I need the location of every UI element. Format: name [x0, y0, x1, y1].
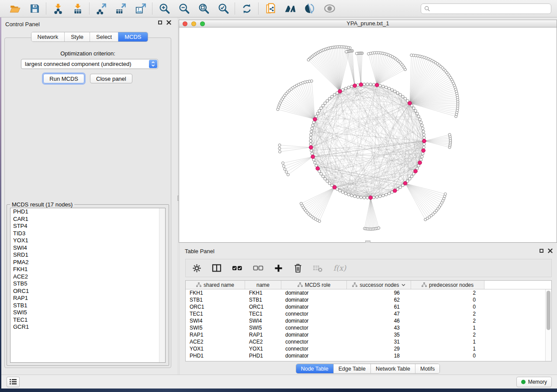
cell-MCDS-role: dominator: [281, 353, 347, 359]
mcds-result-item[interactable]: ORC1: [10, 288, 165, 295]
mcds-result-item[interactable]: PMA2: [10, 259, 165, 266]
zoom-in-icon[interactable]: [158, 3, 171, 15]
memory-button[interactable]: Memory: [516, 377, 552, 387]
column-header-successor-nodes[interactable]: successor nodes: [347, 281, 411, 289]
table-row-RAP1[interactable]: RAP1RAP1dominator352: [186, 331, 551, 338]
mcds-list-scrollbar[interactable]: [159, 208, 165, 362]
mcds-result-item[interactable]: STP4: [10, 223, 165, 230]
export-image-icon[interactable]: [134, 3, 147, 15]
table-row-PHD1[interactable]: PHD1PHD1dominator180: [186, 352, 551, 359]
cell-MCDS-role: dominator: [281, 297, 347, 303]
tab-node-table[interactable]: Node Table: [296, 364, 333, 373]
add-row-icon[interactable]: [274, 264, 283, 273]
table-row-STB1[interactable]: STB1STB1dominator620: [186, 296, 551, 303]
table-settings-icon[interactable]: [192, 264, 201, 273]
tab-network[interactable]: Network: [31, 32, 64, 41]
table-scrollbar-thumb[interactable]: [547, 291, 550, 330]
close-panel-button[interactable]: Close panel: [90, 74, 132, 83]
table-row-FKH1[interactable]: FKH1FKH1dominator962: [186, 289, 551, 296]
import-table-icon[interactable]: [71, 3, 84, 15]
mcds-result-item[interactable]: GCR1: [10, 323, 165, 331]
mcds-result-item[interactable]: FKH1: [10, 266, 165, 273]
import-network-icon[interactable]: [52, 3, 65, 15]
tab-edge-table[interactable]: Edge Table: [333, 364, 370, 373]
cell-shared-name: PHD1: [186, 353, 245, 359]
nodes-layer[interactable]: [277, 45, 459, 230]
table-row-ACE2[interactable]: ACE2ACE2connector311: [186, 338, 551, 345]
network-canvas[interactable]: [179, 28, 557, 243]
horizontal-splitter[interactable]: [180, 243, 557, 247]
table-scrollbar[interactable]: [545, 289, 551, 361]
close-panel-icon[interactable]: [548, 248, 553, 253]
share-network-document-icon[interactable]: [264, 3, 277, 15]
mcds-result-item[interactable]: STB5: [10, 280, 165, 288]
deselect-all-rows-icon[interactable]: [253, 264, 263, 272]
zoom-fit-icon[interactable]: [197, 3, 210, 15]
mcds-result-item[interactable]: PHD1: [10, 208, 165, 216]
show-graphics-details-icon[interactable]: [323, 3, 336, 15]
table-panel: Table Panel: [179, 247, 557, 375]
tab-motifs[interactable]: Motifs: [415, 364, 439, 373]
tab-network-table[interactable]: Network Table: [370, 364, 415, 373]
refresh-icon[interactable]: [240, 3, 253, 15]
mcds-result-item[interactable]: TEC1: [10, 316, 165, 324]
node-table-body: FKH1FKH1dominator962STB1STB1dominator620…: [186, 289, 551, 359]
float-panel-icon[interactable]: [540, 249, 543, 253]
mcds-result-item[interactable]: TID3: [10, 230, 165, 237]
export-table-icon[interactable]: [114, 3, 128, 15]
zoom-selected-icon[interactable]: [217, 3, 230, 15]
search-network-icon[interactable]: [284, 3, 297, 15]
zoom-out-icon[interactable]: [177, 3, 190, 15]
tab-style[interactable]: Style: [64, 32, 90, 41]
table-row-ORC1[interactable]: ORC1ORC1dominator610: [186, 303, 551, 310]
column-header-shared-name[interactable]: shared name: [186, 281, 245, 289]
mcds-node: [408, 101, 412, 105]
mcds-result-item[interactable]: ACE2: [10, 273, 165, 281]
table-row-YOX1[interactable]: YOX1YOX1connector291: [186, 345, 551, 352]
delete-row-icon[interactable]: [294, 263, 302, 273]
select-all-rows-icon[interactable]: [232, 264, 242, 272]
close-window-icon[interactable]: [183, 21, 187, 26]
cell-shared-name: TEC1: [186, 311, 245, 317]
mcds-result-item[interactable]: SWI4: [10, 244, 165, 252]
maximize-window-icon[interactable]: [200, 21, 205, 26]
function-builder-icon[interactable]: f(x): [333, 264, 346, 272]
mcds-result-item[interactable]: CAR1: [10, 216, 165, 223]
column-header-filler: [484, 281, 551, 289]
mcds-result-list[interactable]: PHD1CAR1STP4TID3YOX1SWI4SRD1PMA2FKH1ACE2…: [10, 208, 166, 363]
table-row-TEC1[interactable]: TEC1TEC1connector472: [186, 310, 551, 317]
cell-successor-nodes: 31: [347, 339, 411, 345]
delete-table-icon[interactable]: [313, 264, 323, 272]
minimize-window-icon[interactable]: [191, 21, 196, 26]
mcds-result-item[interactable]: RAP1: [10, 295, 165, 302]
task-history-button[interactable]: [7, 377, 20, 387]
hide-graphics-details-icon[interactable]: [303, 3, 316, 15]
run-mcds-button[interactable]: Run MCDS: [43, 74, 84, 83]
column-header-predecessor-nodes[interactable]: predecessor nodes: [411, 281, 484, 289]
mcds-result-item[interactable]: SRD1: [10, 251, 165, 259]
column-header-MCDS-role[interactable]: MCDS role: [281, 281, 347, 289]
table-row-SWI4[interactable]: SWI4SWI4dominator462: [186, 317, 551, 324]
export-network-icon[interactable]: [95, 3, 108, 15]
refresh-group: [236, 3, 257, 15]
close-panel-icon[interactable]: [166, 20, 171, 25]
network-view-panel: YPA_prune.txt_1: [179, 20, 557, 243]
cell-shared-name: STB1: [186, 297, 245, 303]
tab-mcds[interactable]: MCDS: [118, 32, 147, 41]
mcds-result-item[interactable]: STB1: [10, 302, 165, 309]
show-columns-icon[interactable]: [212, 264, 221, 272]
network-graph[interactable]: [179, 28, 557, 242]
mcds-result-item[interactable]: YOX1: [10, 237, 165, 244]
column-header-name[interactable]: name: [245, 281, 281, 289]
save-icon[interactable]: [28, 3, 41, 15]
tab-select[interactable]: Select: [90, 32, 118, 41]
open-icon[interactable]: [8, 3, 21, 15]
float-panel-icon[interactable]: [158, 21, 162, 24]
mcds-result-item[interactable]: SWI5: [10, 309, 165, 316]
search-input[interactable]: [432, 4, 551, 13]
mcds-result-title: MCDS result (17 nodes): [10, 201, 74, 208]
criterion-select[interactable]: largest connected component (undirected): [21, 59, 158, 69]
table-row-SWI5[interactable]: SWI5SWI5connector431: [186, 324, 551, 331]
cell-predecessor-nodes: 1: [411, 325, 484, 331]
search-box[interactable]: [421, 3, 551, 14]
